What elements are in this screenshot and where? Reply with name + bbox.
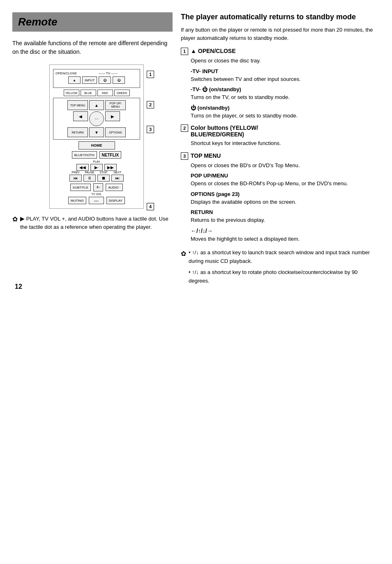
tip-gear-icon: ✿	[12, 214, 18, 231]
yellow-btn[interactable]: YELLOW	[64, 90, 79, 96]
right-tip: ✿ • ↑/↓ as a shortcut key to launch trac…	[181, 249, 380, 285]
bluetooth-btn[interactable]: BLUETOOTH	[72, 151, 97, 159]
arrow-pad-section: TOP MENU ▲ POP UP/MENU ◀ -·- ▶ RETURN ▼	[53, 98, 140, 140]
tvvol-label: TV VOL	[92, 193, 102, 196]
remote-diagram: OPEN/CLOSE —— TV —— ▲ INPUT ⏻ ⏻ 1	[49, 64, 144, 209]
open-close-bar: OPEN/CLOSE —— TV ——	[55, 71, 138, 75]
left-tip-text: PLAY, TV VOL +, and AUDIO buttons have a…	[20, 216, 168, 230]
item-3-sub-1-label: POP UP/MENU	[191, 173, 380, 179]
item-2-section: 2 Color buttons (YELLOW/BLUE/RED/GREEN) …	[181, 124, 380, 147]
netflix-btn[interactable]: NETFLIX	[99, 151, 122, 159]
item-3-number: 3	[181, 152, 188, 160]
prev-label: PREV	[69, 171, 82, 174]
play-section: PLAY ◀◀ ▶· ▶▶ PREV PAUSE STOP NEXT ⏮	[53, 160, 140, 182]
play-btn[interactable]: ▶·	[90, 164, 103, 171]
right-column: The player automatically returns to stan…	[181, 12, 380, 285]
center-btn[interactable]: -·-	[89, 111, 104, 126]
power-btn[interactable]: ⏻	[113, 76, 125, 84]
mid-arrow-row: ◀ -·- ▶	[55, 111, 138, 126]
display-btn[interactable]: DISPLAY	[106, 197, 125, 204]
subtitle-audio-row: SUBTITLE +· AUDIO ·	[53, 183, 140, 191]
right-btn[interactable]: ▶	[105, 111, 120, 121]
home-btn[interactable]: HOME	[78, 141, 115, 150]
open-close-btn[interactable]: ▲	[68, 76, 81, 84]
ff-btn[interactable]: ▶▶	[104, 164, 117, 171]
stop-btn[interactable]: ⏹	[97, 175, 110, 182]
item-1-section: 1 ▲ OPEN/CLOSE Opens or closes the disc …	[181, 48, 380, 120]
play-label: PLAY	[53, 160, 140, 163]
plus-btn[interactable]: +·	[93, 183, 103, 191]
item-1-sub-2-label: -TV- ⏻ (on/standby)	[191, 86, 380, 92]
prev-stop-labels: PREV PAUSE STOP NEXT	[53, 171, 140, 174]
item-1-sub-2-desc: Turns on the TV, or sets to standby mode…	[191, 93, 380, 101]
right-tip-bullet-1: • ↑/↓ as a shortcut key to launch track …	[189, 249, 380, 266]
subtitle-btn[interactable]: SUBTITLE	[70, 184, 91, 191]
bluetooth-netflix-row: BLUETOOTH NETFLIX	[53, 151, 140, 159]
item-3-sub-3-label: RETURN	[191, 209, 380, 215]
top-menu-row: TOP MENU ▲ POP UP/MENU	[55, 100, 138, 110]
item-1-sub-3: ⏻ (on/standby) Turns on the player, or s…	[181, 105, 380, 120]
item-2-number: 2	[181, 124, 188, 132]
minus-btn[interactable]: —	[89, 197, 104, 204]
popup-menu-btn[interactable]: POP UP/MENU	[105, 100, 126, 110]
left-btn[interactable]: ◀	[73, 111, 88, 121]
top-buttons-row: ▲ INPUT ⏻ ⏻	[55, 76, 138, 84]
audio-btn[interactable]: AUDIO ·	[106, 184, 123, 191]
label-3: 3	[147, 126, 154, 133]
item-3-label: TOP MENU	[191, 152, 221, 159]
item-2-header: 2 Color buttons (YELLOW/BLUE/RED/GREEN)	[181, 124, 380, 138]
pause-btn[interactable]: ⏸	[83, 175, 96, 182]
transport-row-2: ⏮ ⏸ ⏹ ⏭	[53, 175, 140, 182]
item-1-number: 1	[181, 48, 188, 55]
muting-btn[interactable]: MUTING	[68, 197, 86, 204]
item-3-sub-4-desc: Moves the highlight to select a displaye…	[191, 235, 380, 243]
item-3-sub-3: RETURN Returns to the previous display.	[181, 209, 380, 224]
home-row: HOME	[53, 141, 140, 150]
down-btn[interactable]: ▼	[89, 127, 104, 137]
next-btn[interactable]: ⏭	[111, 175, 124, 182]
item-1-sub-3-desc: Turns on the player, or sets to standby …	[191, 112, 380, 120]
item-2-label: Color buttons (YELLOW/BLUE/RED/GREEN)	[191, 124, 258, 138]
item-3-sub-2-label: OPTIONS (page 23)	[191, 191, 380, 197]
item-3-sub-4: ←/↑/↓/→ Moves the highlight to select a …	[181, 228, 380, 243]
left-column: Remote The available functions of the re…	[12, 12, 173, 285]
item-3-sub-1: POP UP/MENU Opens or closes the BD-ROM's…	[181, 173, 380, 188]
section-title-box: Remote	[12, 12, 173, 32]
right-title: The player automatically returns to stan…	[181, 12, 380, 22]
tvvol-row: TV VOL	[53, 193, 140, 196]
item-1-header: 1 ▲ OPEN/CLOSE	[181, 48, 380, 55]
item-3-sub-2-desc: Displays the available options on the sc…	[191, 198, 380, 206]
tv-power-btn[interactable]: ⏻	[99, 76, 111, 84]
item-1-label: ▲ OPEN/CLOSE	[191, 48, 236, 54]
open-close-label: OPEN/CLOSE	[55, 71, 77, 75]
tip-arrow-icon: ▶	[20, 215, 25, 222]
blue-btn[interactable]: BLUE	[81, 90, 96, 96]
bottom-arrow-row: RETURN ▼ OPTIONS	[55, 127, 138, 137]
item-3-section: 3 TOP MENU Opens or closes the BD's or D…	[181, 152, 380, 243]
top-menu-btn[interactable]: TOP MENU	[67, 100, 88, 110]
rewind-btn[interactable]: ◀◀	[76, 164, 89, 171]
item-1-desc: Opens or closes the disc tray.	[191, 57, 380, 65]
label-2: 2	[147, 101, 154, 108]
color-buttons-row: YELLOW BLUE RED GREEN	[53, 90, 140, 96]
green-btn[interactable]: GREEN	[114, 90, 130, 96]
right-tip-icon: ✿	[181, 249, 186, 259]
item-2-desc: Shortcut keys for interactive functions.	[191, 139, 380, 147]
label-1: 1	[147, 71, 154, 78]
return-btn[interactable]: RETURN	[67, 127, 88, 137]
transport-row-1: ◀◀ ▶· ▶▶	[53, 164, 140, 171]
item-3-sub-3-desc: Returns to the previous display.	[191, 216, 380, 224]
input-btn[interactable]: INPUT	[82, 76, 97, 84]
item-3-sub-4-label: ←/↑/↓/→	[191, 228, 380, 234]
item-3-sub-1-desc: Opens or closes the BD-ROM's Pop-up Menu…	[191, 180, 380, 188]
up-btn[interactable]: ▲	[89, 100, 104, 110]
prev-btn[interactable]: ⏮	[69, 175, 82, 182]
remote-top-section: OPEN/CLOSE —— TV —— ▲ INPUT ⏻ ⏻	[53, 69, 140, 88]
item-3-sub-2: OPTIONS (page 23) Displays the available…	[181, 191, 380, 206]
red-btn[interactable]: RED	[97, 90, 113, 96]
page-number: 12	[15, 283, 22, 290]
item-1-sub-2: -TV- ⏻ (on/standby) Turns on the TV, or …	[181, 86, 380, 101]
options-btn[interactable]: OPTIONS	[105, 127, 126, 137]
right-tip-bullet-2: • ↑/↓ as a shortcut key to rotate photo …	[189, 268, 380, 285]
left-tip-section: ✿ ▶ PLAY, TV VOL +, and AUDIO buttons ha…	[12, 214, 173, 231]
